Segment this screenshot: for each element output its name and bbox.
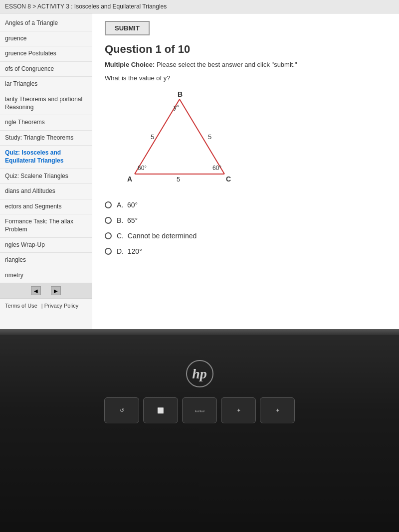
- radio-a[interactable]: [105, 201, 112, 208]
- sidebar-item-6[interactable]: ngle Theorems: [0, 115, 92, 131]
- terms-link[interactable]: Terms of Use: [5, 303, 37, 309]
- sidebar: Angles of a Trianglegruencegruence Postu…: [0, 13, 92, 329]
- submit-button[interactable]: SUBMIT: [105, 21, 150, 35]
- svg-line-0: [135, 99, 180, 174]
- sidebar-footer: Terms of Use | Privacy Policy: [0, 298, 92, 313]
- sidebar-item-5[interactable]: larity Theorems and portional Reasoning: [0, 92, 92, 115]
- sidebar-item-7[interactable]: Study: Triangle Theorems: [0, 131, 92, 146]
- breadcrumb: ESSON 8 > ACTIVITY 3 : Isosceles and Equ…: [0, 0, 399, 13]
- key-window[interactable]: ⬜: [143, 397, 178, 423]
- sidebar-item-4[interactable]: lar Triangles: [0, 77, 92, 92]
- svg-text:A: A: [127, 175, 132, 183]
- sidebar-item-1[interactable]: gruence: [0, 31, 92, 47]
- svg-text:5: 5: [208, 133, 211, 141]
- sidebar-scroll-area[interactable]: Angles of a Trianglegruencegruence Postu…: [0, 16, 92, 283]
- answer-choices: A. 60° B. 65° C. Cannot be determined D.…: [105, 201, 387, 255]
- choice-b-label: B. 65°: [117, 216, 138, 224]
- content-area: SUBMIT Question 1 of 10 Multiple Choice:…: [92, 13, 399, 329]
- svg-text:60°: 60°: [212, 165, 221, 172]
- question-title: Question 1 of 10: [105, 43, 387, 56]
- breadcrumb-text: ESSON 8 > ACTIVITY 3 : Isosceles and Equ…: [5, 3, 167, 10]
- key-multiwindow[interactable]: ▭▭: [182, 397, 217, 423]
- radio-d[interactable]: [105, 248, 112, 255]
- sidebar-item-8[interactable]: Quiz: Isosceles and Equilateral Triangle…: [0, 146, 92, 169]
- laptop-bottom-strip: [0, 522, 399, 532]
- choice-d-label: D. 120°: [117, 247, 142, 255]
- sidebar-scrollbar: ◀ ▶: [0, 283, 92, 298]
- sidebar-item-12[interactable]: Formance Task: The allax Problem: [0, 214, 92, 237]
- choice-b[interactable]: B. 65°: [105, 216, 387, 224]
- key-brightness-up[interactable]: ✦: [260, 397, 295, 423]
- scroll-right-btn[interactable]: ▶: [51, 286, 61, 295]
- choice-c[interactable]: C. Cannot be determined: [105, 232, 387, 240]
- svg-text:5: 5: [177, 176, 180, 183]
- sidebar-item-14[interactable]: riangles: [0, 253, 92, 268]
- laptop-hinge: [0, 329, 399, 335]
- svg-text:5: 5: [151, 133, 154, 141]
- svg-text:B: B: [178, 90, 183, 98]
- scroll-left-btn[interactable]: ◀: [31, 286, 41, 295]
- sidebar-item-0[interactable]: Angles of a Triangle: [0, 16, 92, 31]
- radio-b[interactable]: [105, 217, 112, 224]
- choice-d[interactable]: D. 120°: [105, 247, 387, 255]
- sidebar-item-9[interactable]: Quiz: Scalene Triangles: [0, 169, 92, 184]
- choice-a-label: A. 60°: [117, 201, 138, 209]
- svg-text:60°: 60°: [138, 165, 147, 172]
- laptop-body: hp ↺ ⬜ ▭▭ ✦ ✦: [0, 329, 399, 532]
- choice-c-label: C. Cannot be determined: [117, 232, 197, 240]
- key-brightness-down[interactable]: ✦: [221, 397, 256, 423]
- laptop-screen: ESSON 8 > ACTIVITY 3 : Isosceles and Equ…: [0, 0, 399, 329]
- svg-text:C: C: [226, 175, 231, 183]
- choice-a[interactable]: A. 60°: [105, 201, 387, 209]
- main-layout: Angles of a Trianglegruencegruence Postu…: [0, 13, 399, 329]
- sidebar-item-13[interactable]: ngles Wrap-Up: [0, 238, 92, 253]
- key-refresh[interactable]: ↺: [104, 397, 139, 423]
- keyboard-row-1: ↺ ⬜ ▭▭ ✦ ✦: [104, 397, 295, 423]
- svg-line-1: [180, 99, 224, 174]
- svg-text:y°: y°: [174, 103, 180, 111]
- sidebar-item-11[interactable]: ectors and Segments: [0, 199, 92, 215]
- keyboard-area: hp ↺ ⬜ ▭▭ ✦ ✦: [5, 335, 394, 522]
- hp-logo: hp: [186, 360, 213, 387]
- sidebar-item-15[interactable]: nmetry: [0, 268, 92, 284]
- sidebar-item-10[interactable]: dians and Altitudes: [0, 184, 92, 199]
- triangle-svg: B A C y° 60° 60° 5 5 5: [115, 89, 244, 189]
- sidebar-item-3[interactable]: ofs of Congruence: [0, 62, 92, 77]
- triangle-diagram: B A C y° 60° 60° 5 5 5: [115, 89, 387, 191]
- question-instruction: Multiple Choice: Please select the best …: [105, 61, 387, 68]
- radio-c[interactable]: [105, 232, 112, 239]
- question-text: What is the value of y?: [105, 74, 387, 82]
- sidebar-item-2[interactable]: gruence Postulates: [0, 46, 92, 62]
- privacy-link[interactable]: Privacy Policy: [44, 303, 78, 309]
